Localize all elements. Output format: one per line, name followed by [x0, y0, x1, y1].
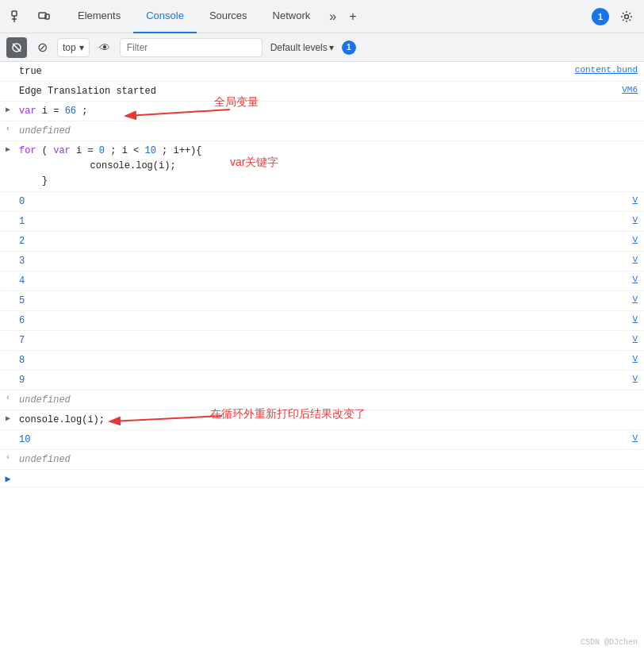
svg-point-5	[625, 14, 629, 18]
row-num-7: 7	[16, 333, 632, 348]
row-num-8: 8	[16, 352, 632, 368]
row-gutter-n9	[0, 372, 16, 374]
clear-console-btn[interactable]	[6, 37, 27, 58]
row-expander-1[interactable]: ▶	[0, 103, 16, 114]
tab-network[interactable]: Network	[260, 0, 324, 33]
row-text-undefined-2: undefined	[16, 392, 644, 408]
row-num-3: 3	[16, 253, 632, 269]
devtools-icon-group	[6, 6, 56, 28]
row-gutter-n5	[0, 293, 16, 294]
source-link-n5[interactable]: V	[632, 293, 644, 304]
console-row-edge: Edge Translation started VM6	[0, 82, 644, 102]
row-gutter-n1	[0, 213, 16, 215]
row-gutter-n6	[0, 313, 16, 314]
header-right: 1	[592, 6, 638, 28]
row-text-for: for ( var i = 0 ; i < 10 ; i++){ console…	[16, 143, 644, 190]
row-num-10: 10	[16, 432, 632, 448]
source-link-n0[interactable]: V	[632, 194, 644, 205]
source-link-n9[interactable]: V	[632, 372, 644, 383]
console-row-num-1: 1 V	[0, 212, 644, 232]
console-output[interactable]: true content.bund Edge Translation start…	[0, 62, 644, 650]
source-link-n4[interactable]: V	[632, 273, 644, 284]
filter-input[interactable]	[120, 38, 263, 57]
console-row-undefined-2: ‹ undefined	[0, 390, 644, 410]
row-gutter-n0	[0, 194, 16, 195]
console-row-num-5: 5 V	[0, 291, 644, 311]
console-row-undefined-3: ‹ undefined	[0, 450, 644, 470]
log-level-selector[interactable]: Default levels ▾	[267, 42, 337, 53]
row-gutter-n10	[0, 432, 16, 433]
row-expander-2[interactable]: ▶	[0, 143, 16, 154]
console-row-num-7: 7 V	[0, 331, 644, 351]
row-gutter-n8	[0, 352, 16, 354]
row-num-0: 0	[16, 194, 632, 210]
context-label: top	[63, 42, 76, 53]
source-link-n1[interactable]: V	[632, 213, 644, 225]
source-link-n6[interactable]: V	[632, 313, 644, 324]
row-num-1: 1	[16, 213, 632, 229]
context-dropdown-icon: ▾	[79, 42, 84, 53]
inspect-icon[interactable]	[6, 6, 29, 28]
console-row-num-0: 0 V	[0, 192, 644, 212]
source-link-1[interactable]: content.bund	[575, 63, 644, 75]
row-gutter-und1: ‹	[0, 123, 16, 133]
row-num-2: 2	[16, 233, 632, 249]
tab-bar: Elements Console Sources Network » +	[65, 0, 592, 33]
devtools-header: Elements Console Sources Network » + 1	[0, 0, 644, 33]
tab-console[interactable]: Console	[133, 0, 197, 33]
settings-icon[interactable]	[615, 6, 638, 28]
console-row-num-6: 6 V	[0, 311, 644, 331]
context-selector[interactable]: top ▾	[57, 38, 90, 57]
row-gutter-und2: ‹	[0, 392, 16, 402]
source-link-n2[interactable]: V	[632, 233, 644, 244]
log-level-label: Default levels	[270, 42, 328, 53]
console-row-for[interactable]: ▶ for ( var i = 0 ; i < 10 ; i++){ conso…	[0, 141, 644, 192]
source-link-n3[interactable]: V	[632, 253, 644, 264]
row-gutter-n3	[0, 253, 16, 255]
add-tab-btn[interactable]: +	[343, 0, 362, 33]
source-link-n10[interactable]: V	[632, 432, 644, 443]
console-row-num-8: 8 V	[0, 351, 644, 371]
console-row-prompt[interactable]: ▶	[0, 470, 644, 487]
svg-rect-4	[45, 14, 49, 19]
source-link-n8[interactable]: V	[632, 352, 644, 363]
row-expander-3[interactable]: ▶	[0, 412, 16, 423]
console-row-num-2: 2 V	[0, 232, 644, 252]
console-badge: 1	[342, 40, 356, 55]
console-row-var-i[interactable]: ▶ var i = 66 ; 全局变量	[0, 102, 644, 121]
source-link-2[interactable]: VM6	[622, 83, 644, 94]
console-toolbar: ⊘ top ▾ 👁 Default levels ▾ 1	[0, 33, 644, 62]
row-gutter-prompt: ▶	[0, 471, 16, 485]
row-gutter	[0, 63, 16, 65]
row-num-9: 9	[16, 372, 632, 388]
tab-sources[interactable]: Sources	[197, 0, 260, 33]
row-gutter-n7	[0, 333, 16, 334]
console-row-num-9: 9 V	[0, 371, 644, 390]
message-badge: 1	[592, 8, 609, 25]
row-num-6: 6	[16, 313, 632, 329]
console-row-num-4: 4 V	[0, 271, 644, 291]
source-link-n7[interactable]: V	[632, 333, 644, 344]
row-gutter-2	[0, 83, 16, 85]
device-toggle-icon[interactable]	[33, 6, 56, 28]
row-text-undefined-1: undefined	[16, 123, 644, 139]
console-row-num-3: 3 V	[0, 252, 644, 271]
row-text-true: true	[16, 63, 575, 79]
watermark: CSDN @DJchen	[581, 638, 638, 647]
eye-filter-btn[interactable]: 👁	[94, 37, 115, 58]
tab-elements[interactable]: Elements	[65, 0, 133, 33]
row-gutter-n2	[0, 233, 16, 235]
row-text-undefined-3: undefined	[16, 452, 644, 467]
tab-overflow[interactable]: »	[323, 0, 343, 33]
row-num-5: 5	[16, 293, 632, 309]
console-row-log-i[interactable]: ▶ console.log(i); 在循环外重新打印后结果改变了	[0, 410, 644, 430]
row-text-prompt[interactable]	[16, 471, 644, 473]
row-text-edge: Edge Translation started	[16, 83, 622, 99]
row-gutter-n4	[0, 273, 16, 275]
row-gutter-und3: ‹	[0, 452, 16, 462]
row-text-log-i: console.log(i);	[16, 412, 644, 428]
block-icon[interactable]: ⊘	[32, 37, 52, 58]
console-row-num-10: 10 V	[0, 430, 644, 450]
console-row-true: true content.bund	[0, 62, 644, 82]
console-row-undefined-1: ‹ undefined	[0, 121, 644, 141]
